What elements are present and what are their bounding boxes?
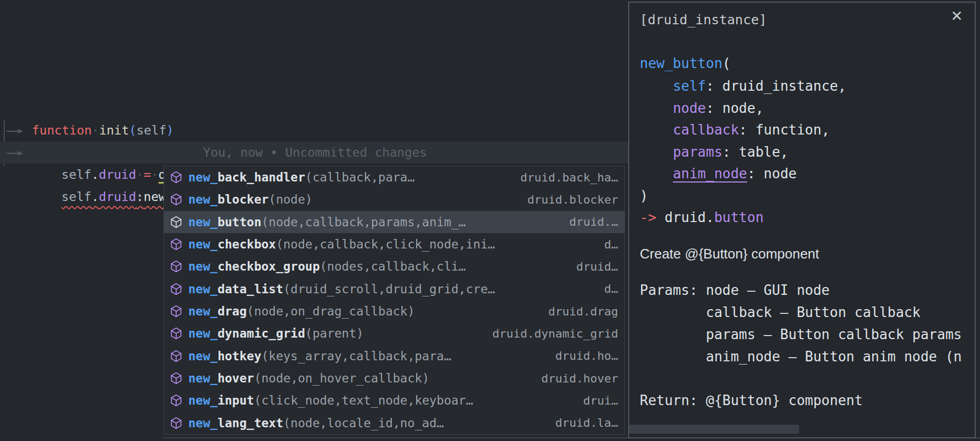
tab-whitespace-icon: → bbox=[5, 119, 23, 141]
package-icon bbox=[169, 193, 183, 206]
completion-label: new_drag(node,on_drag_callback) bbox=[188, 304, 415, 318]
doc-panel: [druid_instance] ✕ new_button( self: dru… bbox=[628, 2, 976, 438]
code-line[interactable]: function·init(self) bbox=[0, 97, 174, 119]
completion-module: druid.back_ha… bbox=[511, 171, 618, 184]
completion-item[interactable]: new_button(node,callback,params,anim_…dr… bbox=[164, 211, 624, 233]
code-text-error: self.druid:new bbox=[62, 189, 166, 204]
doc-line: Create @{Button} component bbox=[640, 243, 819, 265]
git-blame-annotation: You, now • Uncommitted changes bbox=[203, 141, 427, 164]
completion-item[interactable]: new_lang_text(node,locale_id,no_ad…druid… bbox=[164, 412, 624, 434]
completion-label: new_input(click_node,text_node,keyboar… bbox=[188, 394, 473, 407]
doc-line: Return: @{Button} component bbox=[640, 389, 863, 412]
doc-line: anim_node — Button anim node (n bbox=[640, 346, 962, 368]
completion-label: new_checkbox_group(nodes,callback,cli… bbox=[188, 260, 466, 273]
package-icon bbox=[169, 394, 183, 407]
package-icon bbox=[169, 349, 183, 363]
completion-label: new_back_handler(callback,para… bbox=[188, 170, 415, 184]
code-line-current[interactable]: → self.druid:new You, now • Uncommitted … bbox=[0, 141, 628, 164]
completion-item[interactable]: new_hover(node,on_hover_callback)druid.h… bbox=[164, 367, 624, 389]
completion-item[interactable]: new_hotkey(keys_array,callback,para…drui… bbox=[164, 345, 624, 367]
completion-item[interactable]: new_checkbox(node,callback,click_node,in… bbox=[164, 233, 624, 255]
autocomplete-popup: new_back_handler(callback,para…druid.bac… bbox=[164, 166, 625, 435]
completion-item[interactable]: new_drag(node,on_drag_callback)druid.dra… bbox=[164, 300, 624, 322]
doc-line: anim_node: node bbox=[640, 162, 796, 185]
horizontal-scrollbar-thumb[interactable] bbox=[629, 425, 799, 434]
completion-module: druid.hover bbox=[532, 372, 618, 385]
completion-label: new_hover(node,on_hover_callback) bbox=[188, 371, 429, 385]
completion-label: new_button(node,callback,params,anim_… bbox=[188, 215, 466, 229]
doc-line: callback — Button callback bbox=[640, 301, 920, 324]
completion-module: drui… bbox=[574, 394, 618, 407]
package-icon bbox=[169, 416, 183, 430]
package-icon bbox=[169, 304, 183, 318]
close-icon: ✕ bbox=[950, 7, 963, 25]
package-icon bbox=[169, 282, 183, 296]
completion-item[interactable]: new_data_list(druid_scroll,druid_grid,cr… bbox=[164, 278, 624, 300]
completion-module: druid.ho… bbox=[546, 349, 618, 362]
completion-item[interactable]: new_input(click_node,text_node,keyboar…d… bbox=[164, 389, 624, 411]
completion-label: new_blocker(node) bbox=[188, 193, 312, 206]
completion-module: druid.… bbox=[560, 215, 618, 228]
doc-title: [druid_instance] bbox=[640, 9, 767, 31]
package-icon bbox=[169, 215, 183, 229]
completion-label: new_lang_text(node,locale_id,no_ad… bbox=[188, 416, 444, 430]
doc-line: params: table, bbox=[640, 141, 789, 164]
package-icon bbox=[169, 327, 183, 340]
package-icon bbox=[169, 260, 183, 273]
package-icon bbox=[169, 371, 183, 385]
doc-line: ) bbox=[640, 185, 648, 207]
doc-line: new_button( bbox=[640, 52, 731, 75]
completion-module: d… bbox=[595, 238, 619, 251]
code-line[interactable]: → self.druid·=·druid.new(self) bbox=[0, 119, 271, 141]
package-icon bbox=[169, 237, 183, 251]
completion-label: new_data_list(druid_scroll,druid_grid,cr… bbox=[188, 282, 495, 296]
completion-module: d… bbox=[595, 282, 619, 295]
doc-line: callback: function, bbox=[640, 119, 830, 141]
completion-item[interactable]: new_dynamic_grid(parent)druid.dynamic_gr… bbox=[164, 322, 624, 344]
tab-whitespace-icon: → bbox=[5, 141, 23, 164]
completion-label: new_hotkey(keys_array,callback,para… bbox=[188, 349, 451, 363]
completion-label: new_checkbox(node,callback,click_node,in… bbox=[188, 237, 495, 251]
doc-line: -> druid.button bbox=[640, 206, 764, 229]
completion-item[interactable]: new_back_handler(callback,para…druid.bac… bbox=[164, 166, 624, 188]
package-icon bbox=[169, 170, 183, 184]
completion-module: druid.drag bbox=[539, 305, 618, 318]
completion-label: new_dynamic_grid(parent) bbox=[188, 327, 363, 340]
doc-line: self: druid_instance, bbox=[640, 75, 846, 98]
completion-module: druid.la… bbox=[546, 416, 618, 429]
doc-line: node: node, bbox=[640, 97, 764, 120]
close-button[interactable]: ✕ bbox=[946, 6, 967, 27]
completion-item[interactable]: new_blocker(node)druid.blocker bbox=[164, 188, 624, 210]
code-editor-window: function·init(self) → self.druid·=·druid… bbox=[0, 0, 980, 441]
doc-line: params — Button callback params bbox=[640, 323, 962, 346]
completion-module: druid… bbox=[567, 260, 618, 273]
doc-line: Params: node — GUI node bbox=[640, 279, 830, 302]
completion-item[interactable]: new_checkbox_group(nodes,callback,cli…dr… bbox=[164, 255, 624, 277]
completion-module: druid.blocker bbox=[518, 193, 618, 206]
completion-module: druid.dynamic_grid bbox=[483, 327, 618, 340]
